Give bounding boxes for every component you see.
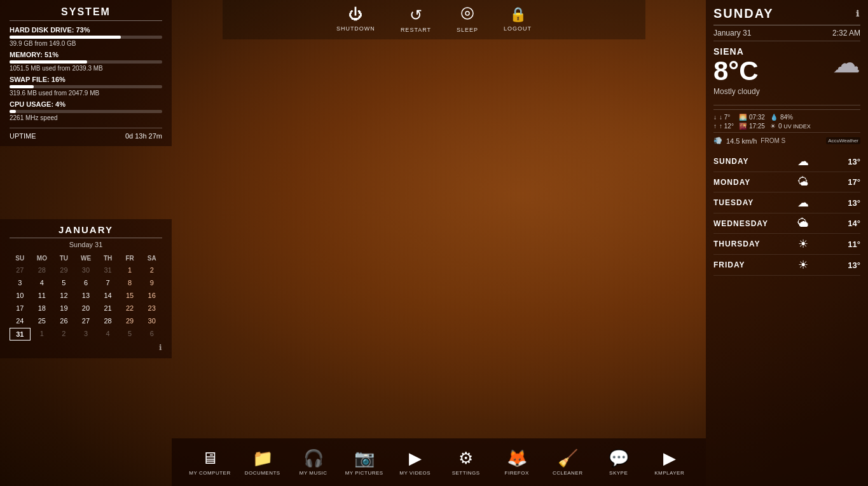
shutdown-button[interactable]: ⏻ SHUTDOWN	[336, 6, 375, 33]
cal-day[interactable]: 18	[32, 302, 53, 314]
cal-day[interactable]: 23	[141, 302, 162, 314]
hdd-progress-container	[10, 36, 162, 39]
forecast-row: MONDAY 🌤 17°	[713, 172, 860, 192]
cal-day[interactable]: 6	[76, 277, 97, 288]
cal-day[interactable]: 25	[32, 315, 53, 327]
cal-day[interactable]: 4	[32, 277, 53, 288]
forecast-day: SUNDAY	[713, 157, 768, 166]
sunset-icon: 🌇	[739, 123, 747, 130]
app-icon: ⚙	[458, 449, 473, 468]
app-my-pictures[interactable]: 📷 MY PICTURES	[345, 449, 383, 476]
cal-header-we: WE	[76, 253, 97, 263]
forecast-row: THURSDAY ☀ 11°	[713, 234, 860, 255]
cal-day[interactable]: 11	[32, 290, 53, 301]
cal-day[interactable]: 22	[120, 302, 141, 314]
svg-point-0	[462, 8, 473, 19]
cal-day[interactable]: 19	[53, 302, 74, 314]
cal-day[interactable]: 5	[53, 277, 74, 288]
forecast-icon: 🌤	[794, 175, 813, 189]
cal-day[interactable]: 9	[141, 277, 162, 288]
app-label: MY PICTURES	[345, 470, 383, 476]
cpu-label: CPU USAGE: 4%	[10, 100, 162, 108]
calendar-subtitle: Sunday 31	[10, 241, 162, 248]
forecast-day: THURSDAY	[713, 240, 768, 248]
cal-day[interactable]: 7	[97, 277, 118, 288]
cal-header-sa: SA	[141, 253, 162, 263]
app-icon: ▶	[663, 449, 676, 468]
sleep-button[interactable]: SLEEP	[457, 6, 478, 33]
cal-day[interactable]: 28	[97, 315, 118, 327]
app-documents[interactable]: 📁 DOCUMENTS	[244, 449, 282, 476]
cal-day[interactable]: 14	[97, 290, 118, 301]
cal-day[interactable]: 20	[76, 302, 97, 314]
cal-day[interactable]: 31	[97, 264, 118, 276]
cal-day[interactable]: 6	[141, 328, 162, 341]
cal-header-fr: FR	[120, 253, 141, 263]
cal-day-today[interactable]: 31	[10, 328, 31, 341]
cal-day[interactable]: 8	[120, 277, 141, 288]
app-label: MY MUSIC	[300, 470, 327, 476]
forecast-row: FRIDAY ☀ 13°	[713, 255, 860, 276]
cal-day[interactable]: 2	[141, 264, 162, 276]
logout-label: LOGOUT	[504, 25, 532, 32]
cal-day[interactable]: 1	[120, 264, 141, 276]
app-kmplayer[interactable]: ▶ KMPLAYER	[651, 449, 689, 476]
cal-day[interactable]: 30	[76, 264, 97, 276]
cal-day[interactable]: 2	[53, 328, 74, 341]
cal-day[interactable]: 5	[120, 328, 141, 341]
weather-details: ↓ ↓ 7° ↑ ↑ 12° 🌅 07:32 🌇 17:25 💧 84%	[713, 109, 860, 130]
app-icon: 🎧	[303, 449, 324, 468]
cal-day[interactable]: 26	[53, 315, 74, 327]
system-panel: SYSTEM HARD DISK DRIVE: 73% 39.9 GB from…	[0, 0, 172, 146]
app-icon: 📷	[354, 449, 375, 468]
cal-day[interactable]: 1	[32, 328, 53, 341]
cal-day[interactable]: 3	[10, 277, 31, 288]
app-settings[interactable]: ⚙ SETTINGS	[447, 449, 485, 476]
app-ccleaner[interactable]: 🧹 CCLEANER	[549, 449, 587, 476]
sunrise-icon: 🌅	[739, 114, 747, 121]
app-label: MY VIDEOS	[399, 470, 431, 476]
cal-day[interactable]: 17	[10, 302, 31, 314]
cal-day[interactable]: 13	[76, 290, 97, 301]
weather-info-icon[interactable]: ℹ	[856, 9, 860, 18]
app-firefox[interactable]: 🦊 FIREFOX	[498, 449, 536, 476]
cal-day[interactable]: 4	[97, 328, 118, 341]
cal-day[interactable]: 29	[120, 315, 141, 327]
logout-button[interactable]: 🔒 LOGOUT	[504, 6, 532, 33]
swap-progress-bar	[10, 85, 34, 88]
cal-day[interactable]: 21	[97, 302, 118, 314]
app-my-music[interactable]: 🎧 MY MUSIC	[294, 449, 333, 476]
app-skype[interactable]: 💬 SKYPE	[600, 449, 638, 476]
calendar-panel: JANUARY Sunday 31 SU MO TU WE TH FR SA 2…	[0, 219, 172, 358]
cal-day[interactable]: 27	[10, 264, 31, 276]
cal-day[interactable]: 10	[10, 290, 31, 301]
forecast-temp: 13°	[838, 198, 860, 208]
cal-header-su: SU	[10, 253, 31, 263]
temp-range-col: ↓ ↓ 7° ↑ ↑ 12°	[713, 114, 734, 130]
cal-day[interactable]: 3	[76, 328, 97, 341]
accuweather-badge: AccuWeather	[826, 137, 860, 144]
humidity-uv-col: 💧 84% ☀ 0 UV INDEX	[770, 114, 811, 130]
cal-day[interactable]: 30	[141, 315, 162, 327]
app-my-computer[interactable]: 🖥 MY COMPUTER	[189, 449, 230, 476]
wind-dir: FROM S	[761, 137, 785, 144]
app-my-videos[interactable]: ▶ MY VIDEOS	[396, 449, 434, 476]
temp-low-icon: ↓	[713, 114, 717, 121]
cal-day[interactable]: 28	[32, 264, 53, 276]
svg-point-1	[465, 11, 469, 15]
cal-day[interactable]: 27	[76, 315, 97, 327]
forecast-icon: 🌥	[794, 217, 813, 230]
cal-day[interactable]: 15	[120, 290, 141, 301]
forecast-temp: 11°	[838, 240, 860, 249]
restart-button[interactable]: ↺ RESTART	[401, 6, 431, 33]
calendar-title: JANUARY	[10, 224, 162, 238]
cal-day[interactable]: 24	[10, 315, 31, 327]
hdd-detail: 39.9 GB from 149.0 GB	[10, 40, 162, 47]
cal-day[interactable]: 29	[53, 264, 74, 276]
forecast-day: FRIDAY	[713, 260, 768, 269]
bottom-bar: 🖥 MY COMPUTER 📁 DOCUMENTS 🎧 MY MUSIC 📷 M…	[172, 438, 706, 486]
app-icon: 🦊	[507, 449, 527, 468]
cal-day[interactable]: 16	[141, 290, 162, 301]
weather-panel: SUNDAY ℹ January 31 2:32 AM SIENA 8°C Mo…	[706, 0, 868, 486]
cal-day[interactable]: 12	[53, 290, 74, 301]
